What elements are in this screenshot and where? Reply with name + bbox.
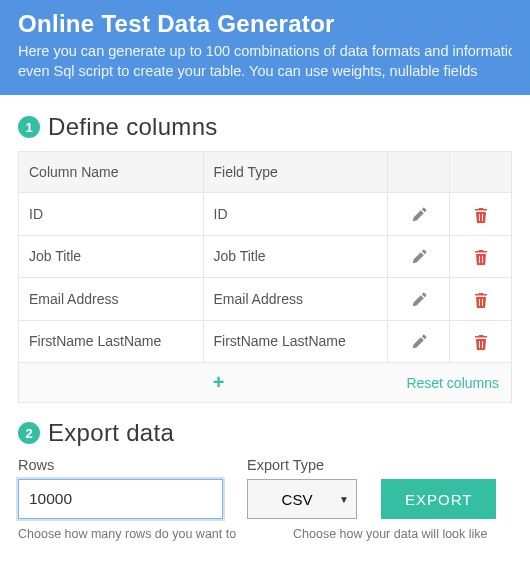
edit-row-button[interactable]: [411, 291, 427, 307]
page-title: Online Test Data Generator: [18, 10, 512, 38]
export-type-select[interactable]: CSV: [247, 479, 357, 519]
section-header-define: 1 Define columns: [18, 113, 512, 141]
section-header-export: 2 Export data: [18, 419, 512, 447]
export-type-hint: Choose how your data will look like: [293, 527, 488, 541]
cell-field-type: ID: [203, 193, 388, 235]
cell-field-type: FirstName LastName: [203, 320, 388, 362]
section-title-export: Export data: [48, 419, 174, 447]
delete-row-button[interactable]: [473, 334, 489, 350]
table-footer: + Reset columns: [18, 363, 512, 403]
export-button[interactable]: EXPORT: [381, 479, 496, 519]
pencil-icon: [411, 291, 427, 306]
edit-row-button[interactable]: [411, 249, 427, 265]
columns-table: Column Name Field Type IDIDJob TitleJob …: [18, 151, 512, 363]
step-badge-2: 2: [18, 422, 40, 444]
table-row: Job TitleJob Title: [19, 235, 512, 277]
table-row: Email AddressEmail Address: [19, 278, 512, 320]
export-type-label: Export Type: [247, 457, 357, 473]
cell-column-name: Job Title: [19, 235, 204, 277]
banner-line-2: even Sql script to create your table. Yo…: [18, 62, 512, 82]
cell-column-name: FirstName LastName: [19, 320, 204, 362]
reset-columns-button[interactable]: Reset columns: [406, 375, 499, 391]
delete-row-button[interactable]: [473, 291, 489, 307]
edit-row-button[interactable]: [411, 334, 427, 350]
th-edit: [388, 152, 450, 193]
trash-icon: [473, 291, 489, 306]
cell-field-type: Email Address: [203, 278, 388, 320]
add-column-button[interactable]: +: [213, 371, 225, 394]
step-badge-1: 1: [18, 116, 40, 138]
rows-label: Rows: [18, 457, 223, 473]
delete-row-button[interactable]: [473, 249, 489, 265]
banner-line-1: Here you can generate up to 100 combinat…: [18, 42, 512, 62]
cell-field-type: Job Title: [203, 235, 388, 277]
section-title-define: Define columns: [48, 113, 218, 141]
th-column-name: Column Name: [19, 152, 204, 193]
edit-row-button[interactable]: [411, 206, 427, 222]
table-row: FirstName LastNameFirstName LastName: [19, 320, 512, 362]
trash-icon: [473, 334, 489, 349]
table-row: IDID: [19, 193, 512, 235]
th-field-type: Field Type: [203, 152, 388, 193]
th-delete: [450, 152, 512, 193]
delete-row-button[interactable]: [473, 206, 489, 222]
pencil-icon: [411, 206, 427, 221]
pencil-icon: [411, 249, 427, 264]
rows-hint: Choose how many rows do you want to: [18, 527, 269, 541]
rows-input[interactable]: [18, 479, 223, 519]
cell-column-name: ID: [19, 193, 204, 235]
header-banner: Online Test Data Generator Here you can …: [0, 0, 530, 95]
cell-column-name: Email Address: [19, 278, 204, 320]
trash-icon: [473, 249, 489, 264]
pencil-icon: [411, 334, 427, 349]
trash-icon: [473, 206, 489, 221]
